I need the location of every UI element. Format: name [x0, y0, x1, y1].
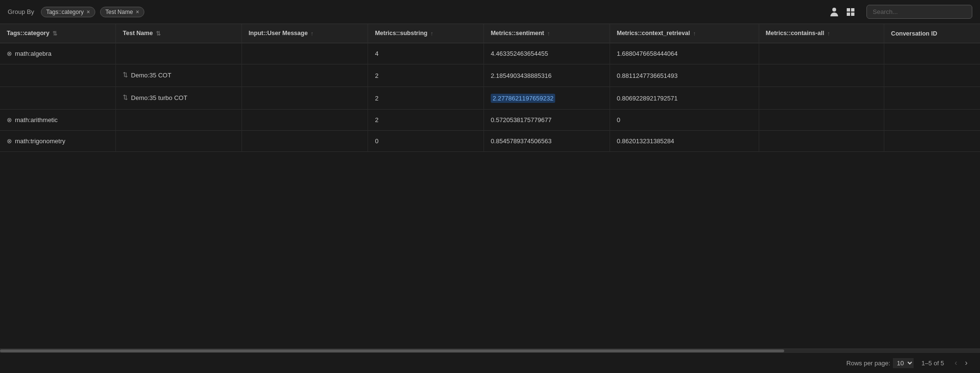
toolbar: Group By Tags::category × Test Name × — [0, 0, 980, 24]
td-testname-arithmetic — [116, 110, 242, 131]
svg-rect-2 — [851, 8, 854, 12]
table-row: ⇅ Demo:35 COT 2 2.1854903438885316 0.881… — [0, 64, 980, 87]
sort-icon-context[interactable]: ↑ — [693, 30, 696, 37]
td-contains-algebra — [759, 43, 884, 64]
th-metrics-context: Metrics::context_retrieval ↑ — [610, 24, 759, 43]
toolbar-icons — [828, 5, 857, 19]
prev-page-btn[interactable]: ‹ — [952, 358, 960, 368]
table-row: ⇅ Demo:35 turbo COT 2 2.2778621197659232… — [0, 87, 980, 110]
th-tags-category: Tags::category ⇅ — [0, 24, 116, 43]
td-category-algebra: ⊗ math:algebra — [0, 43, 116, 64]
svg-rect-1 — [847, 8, 850, 12]
td-contains-sub2 — [759, 87, 884, 110]
td-convid-algebra — [884, 43, 980, 64]
td-category-sub2 — [0, 87, 116, 110]
td-convid-sub2 — [884, 87, 980, 110]
td-sentiment-arithmetic: 0.5720538175779677 — [484, 110, 610, 131]
sort-icon-testname[interactable]: ⇅ — [156, 30, 161, 37]
table-header-row: Tags::category ⇅ Test Name ⇅ Input::User… — [0, 24, 980, 43]
expand-icon-arithmetic[interactable]: ⊗ — [7, 116, 12, 124]
td-substring-sub2: 2 — [368, 87, 484, 110]
td-context-sub1: 0.8811247736651493 — [610, 64, 759, 87]
td-sentiment-sub1: 2.1854903438885316 — [484, 64, 610, 87]
data-table: Tags::category ⇅ Test Name ⇅ Input::User… — [0, 24, 980, 152]
th-metrics-substring: Metrics::substring ↑ — [368, 24, 484, 43]
sort-icon-substring[interactable]: ↑ — [430, 30, 433, 37]
rows-per-page: Rows per page: 10 25 50 — [846, 358, 914, 368]
horizontal-scrollbar[interactable] — [0, 348, 980, 352]
tag-category-text: Tags::category — [46, 9, 84, 15]
table-container: Tags::category ⇅ Test Name ⇅ Input::User… — [0, 24, 980, 348]
td-category-arithmetic: ⊗ math:arithmetic — [0, 110, 116, 131]
td-contains-sub1 — [759, 64, 884, 87]
sub-expand-demo35turbo[interactable]: ⇅ — [123, 94, 128, 101]
next-page-btn[interactable]: › — [962, 358, 970, 368]
td-context-sub2: 0.8069228921792571 — [610, 87, 759, 110]
td-input-arithmetic — [242, 110, 368, 131]
td-input-sub2 — [242, 87, 368, 110]
td-convid-sub1 — [884, 64, 980, 87]
td-input-trig — [242, 131, 368, 152]
table-row: ⊗ math:arithmetic 2 0.5720538175779677 0 — [0, 110, 980, 131]
td-testname-demo35cot: ⇅ Demo:35 COT — [116, 64, 242, 87]
td-substring-arithmetic: 2 — [368, 110, 484, 131]
td-category-sub1 — [0, 64, 116, 87]
td-context-arithmetic: 0 — [610, 110, 759, 131]
td-testname-trig — [116, 131, 242, 152]
td-context-trig: 0.862013231385284 — [610, 131, 759, 152]
sort-icon-category[interactable]: ⇅ — [52, 30, 57, 37]
page-navigation: ‹ › — [952, 358, 970, 368]
tag-category-close[interactable]: × — [87, 9, 90, 15]
sort-icon-contains[interactable]: ↑ — [827, 30, 830, 37]
expand-icon-trig[interactable]: ⊗ — [7, 137, 12, 145]
table-row: ⊗ math:trigonometry 0 0.8545789374506563… — [0, 131, 980, 152]
td-substring-trig: 0 — [368, 131, 484, 152]
grid-icon-btn[interactable] — [844, 6, 857, 18]
td-category-trig: ⊗ math:trigonometry — [0, 131, 116, 152]
td-contains-arithmetic — [759, 110, 884, 131]
tag-pill-category[interactable]: Tags::category × — [41, 7, 95, 17]
td-input-algebra — [242, 43, 368, 64]
td-input-sub1 — [242, 64, 368, 87]
scrollbar-thumb[interactable] — [0, 349, 784, 352]
td-sentiment-trig: 0.8545789374506563 — [484, 131, 610, 152]
rows-per-page-select[interactable]: 10 25 50 — [893, 358, 914, 368]
group-by-label: Group By — [8, 8, 34, 15]
tag-testname-text: Test Name — [105, 9, 133, 15]
person-icon-btn[interactable] — [828, 5, 840, 19]
sort-icon-sentiment[interactable]: ↑ — [547, 30, 550, 37]
td-sentiment-algebra: 4.463352463654455 — [484, 43, 610, 64]
th-conversation-id: Conversation ID — [884, 24, 980, 43]
td-substring-sub1: 2 — [368, 64, 484, 87]
table-row: ⊗ math:algebra 4 4.463352463654455 1.688… — [0, 43, 980, 64]
td-context-algebra: 1.6880476658444064 — [610, 43, 759, 64]
tag-testname-close[interactable]: × — [136, 9, 139, 15]
sub-expand-demo35cot[interactable]: ⇅ — [123, 71, 128, 78]
th-metrics-contains-all: Metrics::contains-all ↑ — [759, 24, 884, 43]
rows-per-page-label: Rows per page: — [846, 360, 890, 367]
svg-rect-4 — [851, 12, 854, 16]
svg-rect-3 — [847, 12, 850, 16]
page-info: 1–5 of 5 — [921, 360, 944, 367]
footer: Rows per page: 10 25 50 1–5 of 5 ‹ › — [0, 352, 980, 373]
search-input[interactable] — [866, 5, 972, 19]
th-test-name: Test Name ⇅ — [116, 24, 242, 43]
expand-icon-algebra[interactable]: ⊗ — [7, 50, 12, 57]
td-testname-demo35turbo: ⇅ Demo:35 turbo COT — [116, 87, 242, 110]
th-metrics-sentiment: Metrics::sentiment ↑ — [484, 24, 610, 43]
td-sentiment-sub2-highlighted[interactable]: 2.2778621197659232 — [484, 87, 610, 110]
td-substring-algebra: 4 — [368, 43, 484, 64]
tag-pill-testname[interactable]: Test Name × — [100, 7, 144, 17]
sort-icon-input[interactable]: ↑ — [311, 30, 314, 37]
td-convid-trig — [884, 131, 980, 152]
td-convid-arithmetic — [884, 110, 980, 131]
svg-point-0 — [832, 8, 836, 12]
td-contains-trig — [759, 131, 884, 152]
td-testname-algebra — [116, 43, 242, 64]
th-input-user-message: Input::User Message ↑ — [242, 24, 368, 43]
